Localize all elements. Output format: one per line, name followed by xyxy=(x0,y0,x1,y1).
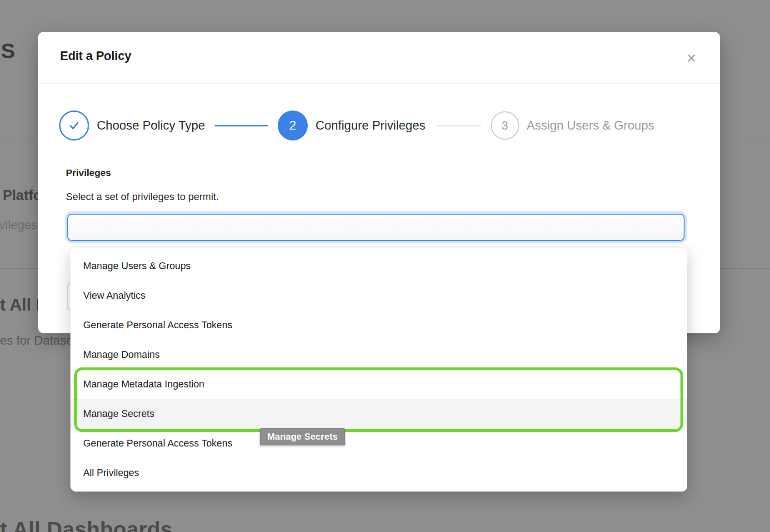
modal-header: Edit a Policy ✕ xyxy=(38,32,720,84)
dropdown-option[interactable]: Generate Personal Access Tokens xyxy=(70,429,687,458)
privileges-heading: Privileges xyxy=(66,167,111,178)
step-assign-users-groups[interactable]: 3 Assign Users & Groups xyxy=(491,111,655,140)
step-label: Choose Policy Type xyxy=(97,119,205,133)
step-done-circle xyxy=(59,110,89,141)
step-configure-privileges[interactable]: 2 Configure Privileges xyxy=(278,110,425,141)
step-connector xyxy=(435,125,481,126)
step-wait-circle: 3 xyxy=(491,111,519,140)
dropdown-option[interactable]: Manage Secrets xyxy=(70,399,687,429)
wizard-stepper: Choose Policy Type 2 Configure Privilege… xyxy=(59,110,654,141)
step-label: Configure Privileges xyxy=(315,119,425,133)
dropdown-option[interactable]: All Privileges xyxy=(70,458,687,488)
dropdown-option[interactable]: Manage Domains xyxy=(70,340,687,370)
background-text-fragment: vileges xyxy=(0,218,37,232)
check-icon xyxy=(67,118,81,133)
step-active-circle: 2 xyxy=(278,110,308,141)
step-connector xyxy=(215,125,268,126)
background-text-fragment: S xyxy=(1,38,15,63)
dropdown-option[interactable]: Manage Metadata Ingestion xyxy=(70,370,687,399)
dropdown-option[interactable]: Manage Users & Groups xyxy=(70,251,687,281)
background-text-fragment: es for Dataset xyxy=(0,334,76,348)
tooltip: Manage Secrets xyxy=(260,428,345,445)
background-text-fragment: Platfo xyxy=(3,187,42,204)
step-choose-policy-type[interactable]: Choose Policy Type xyxy=(59,110,205,141)
dropdown-option[interactable]: Generate Personal Access Tokens xyxy=(70,311,687,340)
background-divider xyxy=(0,494,770,494)
privileges-dropdown: Manage Users & Groups View Analytics Gen… xyxy=(70,248,687,492)
modal-title: Edit a Policy xyxy=(60,49,131,63)
background-text-fragment: t All Dashboards xyxy=(0,517,173,532)
privileges-description: Select a set of privileges to permit. xyxy=(66,191,219,203)
privileges-select-input[interactable] xyxy=(67,214,685,241)
dropdown-option[interactable]: View Analytics xyxy=(70,281,687,311)
step-label: Assign Users & Groups xyxy=(527,119,655,133)
close-icon[interactable]: ✕ xyxy=(682,49,700,67)
screen: S Platfo vileges t All D es for Dataset … xyxy=(0,0,770,532)
